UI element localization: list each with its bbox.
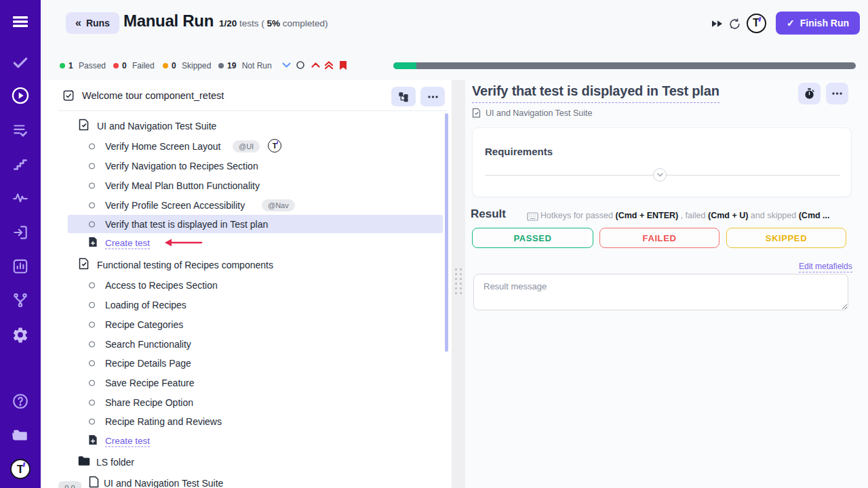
create-test-row[interactable]: Create test	[58, 431, 448, 451]
test-plans-icon[interactable]	[0, 118, 41, 142]
header-logo-icon[interactable]: T	[746, 13, 766, 33]
run-progress-summary: 1/20 tests ( 5% completed)	[219, 18, 328, 28]
panel-resizer[interactable]	[452, 80, 465, 488]
pulse-icon[interactable]	[0, 186, 41, 210]
checklist-icon	[62, 89, 75, 105]
annotation-arrow-icon	[163, 238, 203, 250]
app: T «Runs Manual Run 1/20 tests ( 5% compl…	[0, 0, 868, 488]
test-label: Verify Home Screen Layout	[105, 141, 220, 152]
test-bullet-icon	[89, 163, 95, 169]
branches-icon[interactable]	[0, 288, 41, 312]
help-icon[interactable]	[0, 389, 41, 413]
test-bullet-icon	[89, 399, 95, 405]
suite-doc-icon	[89, 476, 99, 488]
test-label: Loading of Recipes	[105, 300, 186, 310]
steps-icon[interactable]	[0, 152, 41, 177]
suite-row[interactable]: UI and Navigation Test Suite	[58, 116, 448, 136]
test-row[interactable]: Loading of Recipes	[58, 295, 448, 314]
test-row-selected[interactable]: Verify that test is displayed in Test pl…	[58, 214, 448, 234]
back-to-runs-button[interactable]: «Runs	[66, 12, 119, 34]
status-bar: 1 Passed 0 Failed 0 Skipped 19 Not Run	[41, 57, 868, 76]
divider	[58, 110, 448, 111]
test-bullet-icon	[89, 182, 95, 188]
create-test-icon	[88, 236, 98, 250]
requirements-toggle-chevron-icon[interactable]	[653, 168, 667, 182]
check-icon[interactable]	[0, 50, 41, 75]
suite-row[interactable]: UI and Navigation Test Suite	[58, 473, 448, 488]
chevrons-left-icon: «	[75, 17, 81, 29]
test-row[interactable]: Verify Meal Plan Button Functionality	[58, 176, 448, 195]
failed-button[interactable]: FAILED	[599, 228, 719, 248]
test-bullet-icon	[89, 221, 95, 227]
suite-row[interactable]: Functional testing of Recipes components	[58, 255, 448, 274]
test-label: Recipe Details Page	[105, 358, 191, 369]
test-row[interactable]: Save Recipe Feature	[58, 373, 448, 392]
result-message-input[interactable]	[473, 274, 848, 310]
result-title: Result	[471, 207, 506, 221]
test-label: Verify Meal Plan Button Functionality	[105, 180, 260, 191]
filter-bookmark-icon[interactable]	[337, 59, 349, 71]
test-row[interactable]: Verify Profile Screen Accessibility @Nav	[58, 195, 448, 215]
test-row[interactable]: Recipe Details Page	[58, 353, 448, 373]
test-bullet-icon	[89, 341, 95, 347]
test-row[interactable]: Verify Navigation to Recipes Section	[58, 156, 448, 176]
test-row[interactable]: Verify Home Screen Layout @UI T	[58, 136, 448, 156]
import-icon[interactable]	[0, 220, 41, 245]
detail-suite-label: UI and Navigation Test Suite	[486, 108, 593, 118]
suite-label: UI and Navigation Test Suite	[104, 478, 223, 488]
test-tree-panel: Welcome tour component_retest UI and Nav…	[41, 80, 452, 488]
notrun-dot-icon	[218, 63, 224, 68]
test-tag: @UI	[233, 140, 260, 152]
retry-timer-icon[interactable]	[727, 16, 742, 31]
tree-scrollbar[interactable]	[445, 113, 448, 352]
detail-suite-breadcrumb[interactable]: UI and Navigation Test Suite	[472, 108, 593, 118]
app-logo-icon[interactable]: T	[0, 457, 41, 481]
test-bullet-icon	[89, 282, 95, 288]
run-play-icon[interactable]	[0, 83, 41, 108]
test-bullet-icon	[89, 202, 95, 208]
test-bullet-icon	[89, 143, 95, 149]
suite-label: UI and Navigation Test Suite	[97, 121, 216, 131]
requirements-card: Requirements	[472, 127, 852, 197]
folder-row[interactable]: LS folder	[58, 452, 448, 472]
tree-view-button[interactable]	[391, 87, 416, 106]
skipped-count: 0 Skipped	[163, 61, 211, 70]
filter-chevrons-up-icon[interactable]	[323, 59, 335, 71]
test-row[interactable]: Search Functionality	[58, 334, 448, 354]
test-label: Search Functionality	[105, 339, 191, 350]
test-label: Verify Navigation to Recipes Section	[105, 161, 258, 171]
analytics-icon[interactable]	[0, 254, 41, 279]
timer-button[interactable]	[798, 83, 821, 104]
menu-hamburger-icon[interactable]	[0, 9, 41, 34]
fast-forward-icon[interactable]	[709, 16, 724, 31]
filter-chevron-down-icon[interactable]	[280, 59, 292, 71]
finish-run-button[interactable]: ✓Finish Run	[776, 12, 860, 35]
settings-gear-icon[interactable]	[0, 323, 41, 347]
sidebar: T	[0, 0, 41, 488]
resizer-grip-icon	[455, 268, 462, 294]
hotkeys-hint: Hotkeys for passed (Cmd + ENTER) , faile…	[540, 211, 849, 220]
filter-circle-icon[interactable]	[294, 59, 307, 71]
failed-dot-icon	[113, 63, 119, 68]
test-row[interactable]: Share Recipe Option	[58, 392, 448, 412]
tree-title[interactable]: Welcome tour component_retest	[82, 90, 224, 101]
folder-label: LS folder	[96, 457, 134, 468]
test-row[interactable]: Recipe Rating and Reviews	[58, 411, 448, 431]
projects-folder-icon[interactable]	[0, 423, 41, 447]
test-row[interactable]: Access to Recipes Section	[58, 275, 448, 295]
test-bullet-icon	[89, 302, 95, 308]
skipped-button[interactable]: SKIPPED	[726, 228, 846, 248]
test-row[interactable]: Recipe Categories	[58, 314, 448, 334]
suite-doc-icon	[79, 258, 89, 272]
filter-chevron-up-icon[interactable]	[309, 59, 321, 71]
tree-more-button[interactable]	[420, 87, 445, 106]
test-label: Verify that test is displayed in Test pl…	[105, 219, 268, 230]
check-icon: ✓	[787, 18, 795, 28]
test-bullet-icon	[89, 380, 95, 386]
detail-more-button[interactable]	[826, 83, 848, 104]
run-progress-bar	[393, 62, 856, 69]
test-title[interactable]: Verify that test is displayed in Test pl…	[472, 83, 719, 103]
edit-metafields-link[interactable]: Edit metafields	[799, 262, 852, 272]
create-test-row[interactable]: Create test	[58, 233, 448, 253]
passed-button[interactable]: PASSED	[472, 228, 593, 248]
